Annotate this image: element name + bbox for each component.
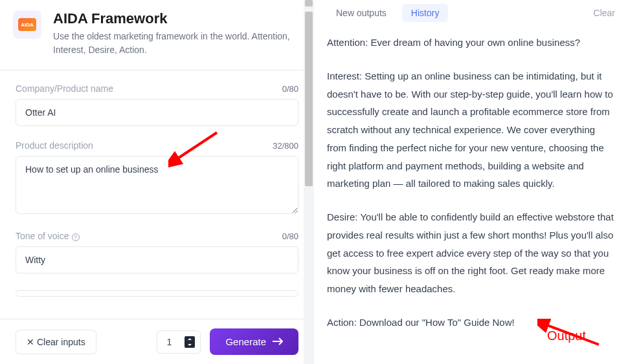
header-text: AIDA Framework Use the oldest marketing … xyxy=(53,10,298,57)
tab-new-outputs[interactable]: New outputs xyxy=(327,4,396,22)
stepper-icon[interactable] xyxy=(185,336,195,348)
clear-inputs-button[interactable]: ✕ Clear inputs xyxy=(16,330,96,354)
scrollbar-track-left[interactable] xyxy=(304,0,314,364)
extra-group xyxy=(16,288,298,299)
arrow-right-icon xyxy=(273,336,283,347)
quantity-stepper[interactable]: 1 xyxy=(157,330,201,354)
output-interest: Interest: Setting up an online business … xyxy=(327,67,615,193)
company-input[interactable] xyxy=(16,99,298,126)
page-subtitle: Use the oldest marketing framework in th… xyxy=(53,30,298,57)
app-icon: AIDA xyxy=(13,10,41,39)
output-attention: Attention: Ever dream of having your own… xyxy=(327,34,615,52)
description-group: Product description 32/800 How to set up… xyxy=(16,140,298,217)
description-textarea[interactable]: How to set up an online business xyxy=(16,156,298,214)
tabs-row: New outputs History Clear xyxy=(314,0,628,26)
tone-input[interactable] xyxy=(16,246,298,273)
header-section: AIDA AIDA Framework Use the oldest marke… xyxy=(0,0,314,70)
tone-label: Tone of voice? xyxy=(16,231,80,241)
form-section: Company/Product name 0/80 Product descri… xyxy=(0,70,314,319)
bottom-bar: ✕ Clear inputs 1 Generate xyxy=(0,319,314,364)
company-group: Company/Product name 0/80 xyxy=(16,83,298,126)
description-count: 32/800 xyxy=(273,141,298,151)
annotation-output-label: Output xyxy=(547,328,586,343)
company-count: 0/80 xyxy=(282,84,298,94)
aida-icon: AIDA xyxy=(18,18,36,31)
tone-group: Tone of voice? 0/80 xyxy=(16,231,298,273)
scrollbar-thumb[interactable] xyxy=(305,12,313,186)
info-icon[interactable]: ? xyxy=(72,233,80,241)
output-desire: Desire: You'll be able to confidently bu… xyxy=(327,208,615,298)
description-label: Product description xyxy=(16,140,93,151)
generate-button[interactable]: Generate xyxy=(210,328,298,355)
left-panel: AIDA AIDA Framework Use the oldest marke… xyxy=(0,0,314,364)
company-label: Company/Product name xyxy=(16,83,113,94)
generate-label: Generate xyxy=(225,336,266,347)
right-panel: New outputs History Clear Attention: Eve… xyxy=(314,0,628,364)
tone-count: 0/80 xyxy=(282,231,298,241)
clear-link[interactable]: Clear xyxy=(594,8,615,18)
tab-history[interactable]: History xyxy=(402,4,449,22)
page-title: AIDA Framework xyxy=(53,10,298,27)
clear-inputs-label: Clear inputs xyxy=(37,337,85,347)
output-content: Attention: Ever dream of having your own… xyxy=(314,26,628,364)
close-icon: ✕ xyxy=(27,337,34,347)
scrollbar-thumb[interactable] xyxy=(305,0,313,6)
extra-input[interactable] xyxy=(16,290,298,297)
quantity-value: 1 xyxy=(166,337,174,347)
